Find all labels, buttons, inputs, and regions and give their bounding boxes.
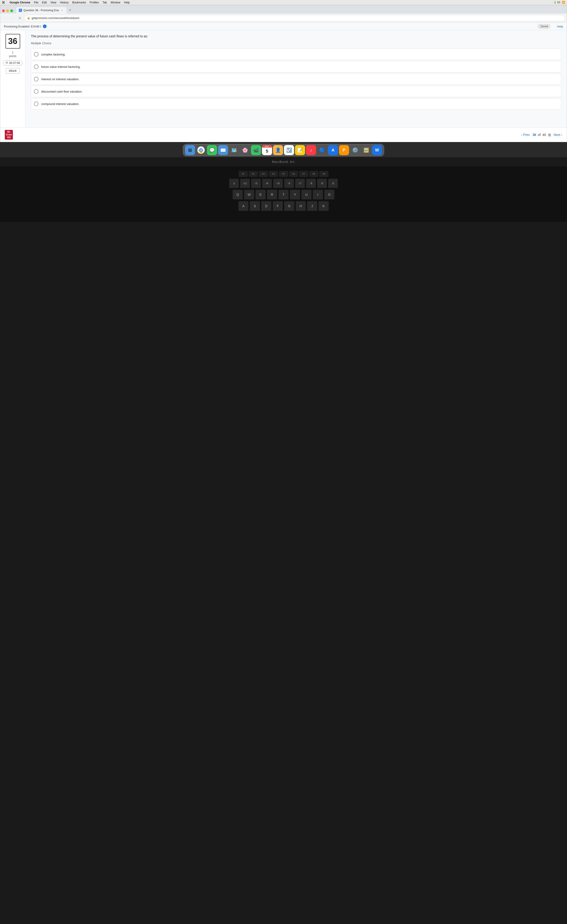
chrome-addressbar: ← → ↻ 🔒 getproctorio.com/secured#lockdow…: [0, 14, 567, 23]
key-9[interactable]: ( 9: [317, 179, 327, 188]
active-tab[interactable]: P Question 36 - Proctoring Ena ×: [16, 7, 67, 14]
dock-calendar[interactable]: OCT 5: [262, 145, 272, 155]
option-c[interactable]: interest on interest valuation.: [31, 74, 561, 85]
prev-button[interactable]: ‹ Prev: [521, 133, 530, 136]
maximize-button[interactable]: [10, 9, 13, 12]
key-f[interactable]: F: [273, 201, 283, 211]
option-b[interactable]: future value interest factoring.: [31, 61, 561, 72]
next-button[interactable]: Next ›: [554, 133, 562, 136]
dock-notes[interactable]: 📝: [295, 145, 305, 155]
dock-chrome[interactable]: [196, 145, 206, 155]
key-q[interactable]: Q: [232, 190, 243, 200]
key-f7[interactable]: F7: [299, 171, 308, 177]
dock-settings[interactable]: ⚙️: [350, 145, 360, 155]
key-r[interactable]: R: [267, 190, 277, 200]
key-o[interactable]: O: [324, 190, 334, 200]
settings-icon: ⚙️: [352, 147, 358, 153]
radio-b[interactable]: [34, 64, 39, 69]
forward-button[interactable]: →: [9, 15, 16, 21]
key-e[interactable]: E: [255, 190, 266, 200]
dock-messages[interactable]: 💬: [207, 145, 217, 155]
dock-pages[interactable]: P: [339, 145, 349, 155]
tab-close-button[interactable]: ×: [60, 9, 64, 12]
key-h[interactable]: H: [296, 201, 306, 211]
dock-word[interactable]: W: [372, 145, 382, 155]
radio-a[interactable]: [34, 52, 39, 57]
key-y[interactable]: Y: [290, 190, 300, 200]
key-d[interactable]: D: [261, 201, 272, 211]
dock-finder[interactable]: 🔵: [317, 145, 327, 155]
option-d[interactable]: discounted cash flow valuation.: [31, 86, 561, 97]
menu-profiles[interactable]: Profiles: [90, 1, 99, 4]
dock-preview[interactable]: 🖼️: [361, 145, 371, 155]
dock-appstore[interactable]: A: [328, 145, 338, 155]
menu-file[interactable]: File: [34, 1, 38, 4]
key-5[interactable]: % 5: [273, 179, 283, 188]
word-icon: W: [375, 148, 379, 153]
key-6[interactable]: ^ 6: [284, 179, 294, 188]
key-t[interactable]: T: [279, 190, 288, 200]
dock-contacts[interactable]: 👤: [273, 145, 283, 155]
menu-window[interactable]: Window: [111, 1, 120, 4]
new-tab-button[interactable]: +: [67, 7, 74, 14]
key-2[interactable]: @ 2: [240, 179, 250, 188]
question-text: The process of determining the present v…: [31, 34, 561, 39]
key-f9[interactable]: F9: [319, 171, 328, 177]
menu-help[interactable]: Help: [124, 1, 130, 4]
key-7[interactable]: & 7: [295, 179, 305, 188]
menu-edit[interactable]: Edit: [42, 1, 47, 4]
option-e[interactable]: compound interest valuation.: [31, 98, 561, 110]
help-link[interactable]: Help: [557, 25, 563, 28]
radio-e[interactable]: [34, 102, 39, 106]
option-b-text: future value interest factoring.: [41, 65, 81, 69]
key-f5[interactable]: F5: [279, 171, 288, 177]
back-button[interactable]: ←: [2, 15, 9, 21]
radio-d[interactable]: [34, 89, 39, 94]
dock-mail[interactable]: ✉️: [218, 145, 228, 155]
key-s[interactable]: S: [250, 201, 260, 211]
apple-logo[interactable]: ⌘: [2, 1, 5, 4]
key-i[interactable]: I: [313, 190, 323, 200]
reload-button[interactable]: ↻: [17, 15, 23, 21]
grid-icon[interactable]: ⊞: [548, 133, 551, 137]
minimize-button[interactable]: [6, 9, 9, 12]
macos-menubar: ⌘ Google Chrome File Edit View History B…: [0, 0, 567, 5]
key-f1[interactable]: F1: [238, 171, 248, 177]
dock-music[interactable]: ♪: [306, 145, 316, 155]
key-a[interactable]: A: [238, 201, 248, 211]
menu-bookmarks[interactable]: Bookmarks: [72, 1, 86, 4]
logo-line2: Graw: [6, 134, 12, 136]
key-u[interactable]: U: [302, 190, 312, 200]
radio-c[interactable]: [34, 77, 39, 81]
dock-facetime[interactable]: 📹: [251, 145, 261, 155]
key-j[interactable]: J: [307, 201, 317, 211]
key-8[interactable]: * 8: [306, 179, 316, 188]
key-0[interactable]: ) 0: [328, 179, 338, 188]
dock-launchpad[interactable]: ⊞: [185, 145, 195, 155]
battery-icon: 🔋 63: [554, 1, 560, 4]
key-4[interactable]: $ 4: [262, 179, 272, 188]
key-3[interactable]: # 3: [251, 179, 261, 188]
key-f4[interactable]: F4: [269, 171, 278, 177]
dock-photos[interactable]: 🌸: [240, 145, 250, 155]
menu-tab[interactable]: Tab: [102, 1, 107, 4]
dock-reminders[interactable]: ☑️: [284, 145, 294, 155]
key-f3[interactable]: F3: [259, 171, 268, 177]
close-button[interactable]: [2, 9, 5, 12]
key-w[interactable]: W: [244, 190, 254, 200]
facetime-icon: 📹: [253, 147, 259, 153]
key-g[interactable]: G: [284, 201, 294, 211]
option-a[interactable]: complex factoring.: [31, 49, 561, 60]
key-1[interactable]: ! 1: [229, 179, 239, 188]
menu-history[interactable]: History: [60, 1, 69, 4]
app-name[interactable]: Google Chrome: [10, 1, 30, 4]
info-icon[interactable]: i: [43, 24, 46, 28]
menu-view[interactable]: View: [50, 1, 56, 4]
ebook-button[interactable]: eBook: [6, 68, 20, 74]
key-f6[interactable]: F6: [289, 171, 298, 177]
dock-maps[interactable]: 🗺️: [229, 145, 239, 155]
key-f8[interactable]: F8: [309, 171, 318, 177]
key-k[interactable]: K: [319, 201, 328, 211]
address-bar[interactable]: 🔒 getproctorio.com/secured#lockdown: [24, 15, 565, 21]
key-f2[interactable]: F2: [249, 171, 258, 177]
